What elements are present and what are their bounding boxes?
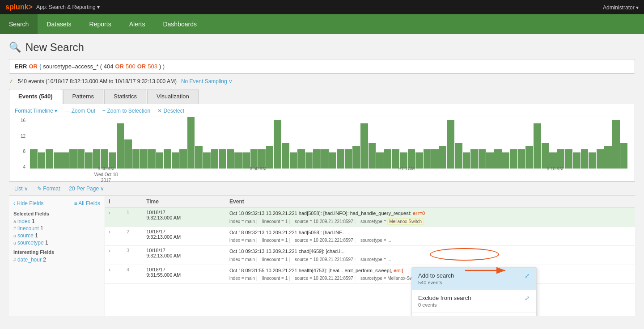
field-source[interactable]: a source 1 [13, 232, 100, 239]
event-meta: index = main | linecount = 1 | source = … [229, 256, 631, 263]
sourcetype-value: Mellanox-Switch [387, 218, 424, 225]
results-table: i Time Event › 1 10/18/179:32:13.000 AM … [105, 196, 635, 316]
chart-bar[interactable] [360, 123, 368, 169]
chart-bar[interactable] [612, 120, 620, 169]
table-row: › 3 10/18/179:32:13.000 AM Oct 18 09:32:… [105, 246, 635, 265]
popup-new-search[interactable]: New search ⤢ [412, 312, 536, 316]
page-content: 🔍 New Search ERR OR { sourcetype=access_… [0, 34, 644, 316]
search-bracket: { [39, 63, 41, 70]
popup-add-sub: 540 events [418, 280, 454, 285]
popup-exclude[interactable]: Exclude from search 0 events ⤢ [412, 290, 536, 312]
field-index[interactable]: a index 1 [13, 218, 100, 224]
row-expand[interactable]: › [105, 227, 123, 246]
row-expand[interactable]: › [105, 265, 123, 284]
all-fields-btn[interactable]: ≡ All Fields [74, 200, 100, 207]
err-value: err=0 [413, 211, 425, 216]
checkmark-icon: ✓ [9, 78, 13, 84]
admin-label[interactable]: Administrator ▾ [603, 4, 639, 11]
list-controls: List ∨ ✎ Format 20 Per Page ∨ [9, 181, 635, 195]
event-count-text: 540 events (10/18/17 8:32:13.000 AM to 1… [18, 78, 177, 84]
chart-bar[interactable] [447, 120, 454, 169]
interesting-fields-title: Interesting Fields [13, 249, 100, 255]
splunk-logo: splunk> [5, 3, 33, 11]
zoom-selection-btn[interactable]: + Zoom to Selection [102, 108, 150, 114]
popup-add-label: Add to search [418, 272, 454, 279]
time-cell: 10/18/179:32:13.000 AM [143, 208, 226, 227]
search-or2: OR [115, 63, 124, 70]
err-value2: err:[ [394, 268, 403, 273]
no-event-sampling[interactable]: No Event Sampling ∨ [181, 78, 233, 84]
y-label-4: 4 [23, 164, 25, 169]
hide-fields-btn[interactable]: ‹ Hide Fields [13, 200, 43, 207]
nav-dashboards[interactable]: Dashboards [154, 14, 206, 34]
chart-bar[interactable] [187, 117, 195, 169]
x-label-850: 8:50 AM [250, 166, 267, 172]
nav-datasets[interactable]: Datasets [38, 14, 80, 34]
y-label-12: 12 [21, 134, 25, 139]
popup-exclude-icon[interactable]: ⤢ [525, 295, 530, 302]
row-expand[interactable]: › [105, 208, 123, 227]
tabs: Events (540) Patterns Statistics Visuali… [9, 89, 635, 104]
sidebar-header: ‹ Hide Fields ≡ All Fields [13, 200, 100, 207]
chart-bars[interactable] [28, 117, 629, 169]
page-title: New Search [25, 41, 84, 54]
col-time: Time [143, 196, 226, 208]
arrow-annotation [461, 264, 514, 277]
search-icon: 🔍 [9, 42, 21, 53]
row-num: 2 [123, 227, 143, 246]
row-expand[interactable]: › [105, 246, 123, 265]
nav-reports[interactable]: Reports [80, 14, 120, 34]
tab-patterns[interactable]: Patterns [63, 89, 103, 104]
results-area: ‹ Hide Fields ≡ All Fields Selected Fiel… [9, 195, 635, 316]
table-row: › 1 10/18/179:32:13.000 AM Oct 18 09:32:… [105, 208, 635, 227]
event-count-bar: ✓ 540 events (10/18/17 8:32:13.000 AM to… [9, 78, 635, 84]
search-or1: OR [29, 63, 38, 70]
field-date-hour[interactable]: # date_hour 2 [13, 257, 100, 263]
deselect-btn[interactable]: ✕ Deselect [157, 108, 184, 114]
zoom-out-btn[interactable]: — Zoom Out [64, 108, 95, 114]
popup-add-icon[interactable]: ⤢ [525, 272, 530, 279]
list-btn[interactable]: List ∨ [14, 186, 28, 192]
tab-events[interactable]: Events (540) [9, 89, 62, 104]
timeline-controls: Format Timeline ▾ — Zoom Out + Zoom to S… [15, 108, 629, 114]
y-label-16: 16 [21, 118, 25, 123]
chart-bar[interactable] [534, 123, 541, 169]
table-row: › 2 10/18/179:32:13.000 AM Oct 18 09:32:… [105, 227, 635, 246]
nav-search[interactable]: Search [0, 14, 38, 34]
row-num: 1 [123, 208, 143, 227]
chart-bar[interactable] [274, 120, 281, 169]
chart-bar[interactable] [124, 139, 132, 169]
x-label-900: 9:00 AM [398, 166, 415, 172]
search-500: 500 [126, 63, 136, 70]
format-timeline-btn[interactable]: Format Timeline ▾ [15, 108, 57, 114]
event-cell: Oct 18 09:32:13 10.209.21.221 had[5058]:… [226, 227, 635, 246]
y-label-8: 8 [23, 149, 25, 154]
selected-fields-title: Selected Fields [13, 211, 100, 216]
timeline-section: Format Timeline ▾ — Zoom Out + Zoom to S… [9, 104, 635, 181]
tab-visualization[interactable]: Visualization [147, 89, 199, 104]
x-label-910: 9:10 AM [547, 166, 564, 172]
row-num: 3 [123, 246, 143, 265]
time-cell: 10/18/179:32:13.000 AM [143, 246, 226, 265]
tab-statistics[interactable]: Statistics [104, 89, 146, 104]
per-page-btn[interactable]: 20 Per Page ∨ [69, 186, 104, 192]
col-event: Event [226, 196, 635, 208]
time-cell: 10/18/179:31:55.000 AM [143, 265, 226, 284]
nav-bar: Search Datasets Reports Alerts Dashboard… [0, 14, 644, 34]
popup-exclude-label: Exclude from search [418, 295, 471, 301]
page-title-container: 🔍 New Search [9, 41, 635, 54]
event-meta: index = main | linecount = 1 | source = … [229, 237, 631, 244]
format-btn[interactable]: ✎ Format [37, 186, 60, 192]
x-label-840: 8:40 AMWed Oct 182017 [94, 166, 118, 183]
event-meta: index = main | linecount = 1 | source = … [229, 218, 631, 225]
time-cell: 10/18/179:32:13.000 AM [143, 227, 226, 246]
chart-bar[interactable] [117, 123, 124, 169]
nav-alerts[interactable]: Alerts [120, 14, 154, 34]
app-name[interactable]: App: Search & Reporting ▾ [36, 4, 100, 10]
event-cell: Oct 18 09:32:13 10.209.21.221 had[5058]:… [226, 208, 635, 227]
search-sourcetype: sourcetype=access_* ( 404 [43, 63, 113, 70]
field-sourcetype[interactable]: a sourcetype 1 [13, 240, 100, 246]
search-bar[interactable]: ERR OR { sourcetype=access_* ( 404 OR 50… [9, 59, 635, 74]
field-linecount[interactable]: # linecount 1 [13, 225, 100, 232]
event-cell: Oct 18 09:32:13 10.209.21.221 chad[4659]… [226, 246, 635, 265]
